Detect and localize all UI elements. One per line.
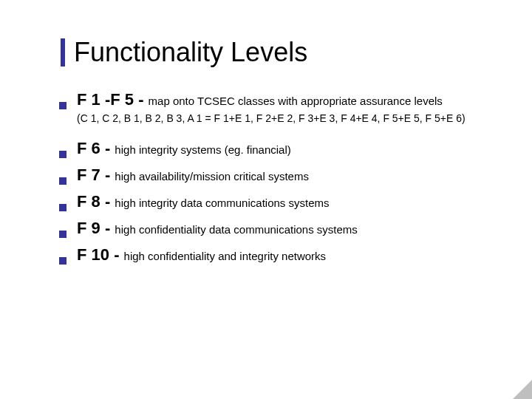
item-desc: high availability/mission critical syste… bbox=[115, 170, 309, 183]
dash: - bbox=[109, 245, 124, 264]
item-text: F 10 - high confidentiality and integrit… bbox=[77, 245, 488, 265]
bullet-icon bbox=[59, 151, 66, 158]
list-item: F 7 - high availability/mission critical… bbox=[59, 166, 488, 185]
bullet-icon bbox=[59, 102, 66, 109]
list-item: F 8 - high integrity data communications… bbox=[59, 192, 488, 211]
item-text: F 1 -F 5 - map onto TCSEC classes with a… bbox=[77, 90, 488, 109]
item-desc: high confidentiality and integrity netwo… bbox=[124, 250, 327, 262]
dash: - bbox=[100, 219, 115, 237]
dash: - bbox=[100, 166, 115, 184]
bullet-icon bbox=[59, 257, 66, 265]
item-desc: high integrity data communications syste… bbox=[115, 197, 329, 209]
item-desc: high confidentiality data communications… bbox=[115, 223, 358, 236]
item-label: F 1 -F 5 bbox=[77, 90, 134, 109]
item-label: F 6 bbox=[77, 139, 100, 157]
item-text: F 6 - high integrity systems (eg. financ… bbox=[77, 139, 488, 158]
list-item: F 1 -F 5 - map onto TCSEC classes with a… bbox=[59, 90, 488, 109]
list-item: F 6 - high integrity systems (eg. financ… bbox=[59, 139, 488, 158]
item-label: F 7 bbox=[77, 166, 100, 184]
item-text: F 7 - high availability/mission critical… bbox=[77, 166, 488, 185]
bullet-icon bbox=[59, 177, 66, 185]
item-subline: (C 1, C 2, B 1, B 2, B 3, A 1 = F 1+E 1,… bbox=[77, 112, 488, 124]
bullet-icon bbox=[59, 231, 66, 238]
item-desc: map onto TCSEC classes with appropriate … bbox=[149, 95, 443, 107]
title-accent-bar bbox=[61, 38, 65, 66]
bullet-icon bbox=[59, 204, 66, 211]
dash: - bbox=[100, 192, 115, 211]
item-label: F 10 bbox=[77, 245, 109, 264]
item-label: F 9 bbox=[77, 219, 100, 237]
item-label: F 8 bbox=[77, 192, 100, 211]
slide: Functionality Levels F 1 -F 5 - map onto… bbox=[0, 0, 532, 301]
item-text: F 8 - high integrity data communications… bbox=[77, 192, 488, 211]
item-text: F 9 - high confidentiality data communic… bbox=[77, 219, 488, 238]
list-item: F 10 - high confidentiality and integrit… bbox=[59, 245, 488, 265]
list-item: F 9 - high confidentiality data communic… bbox=[59, 219, 488, 238]
content: F 1 -F 5 - map onto TCSEC classes with a… bbox=[59, 90, 488, 265]
item-desc: high integrity systems (eg. financial) bbox=[115, 143, 290, 156]
dash: - bbox=[100, 139, 115, 157]
corner-fold-icon bbox=[513, 380, 532, 399]
title-wrap: Functionality Levels bbox=[74, 37, 488, 68]
slide-title: Functionality Levels bbox=[74, 37, 488, 68]
dash: - bbox=[134, 90, 149, 109]
